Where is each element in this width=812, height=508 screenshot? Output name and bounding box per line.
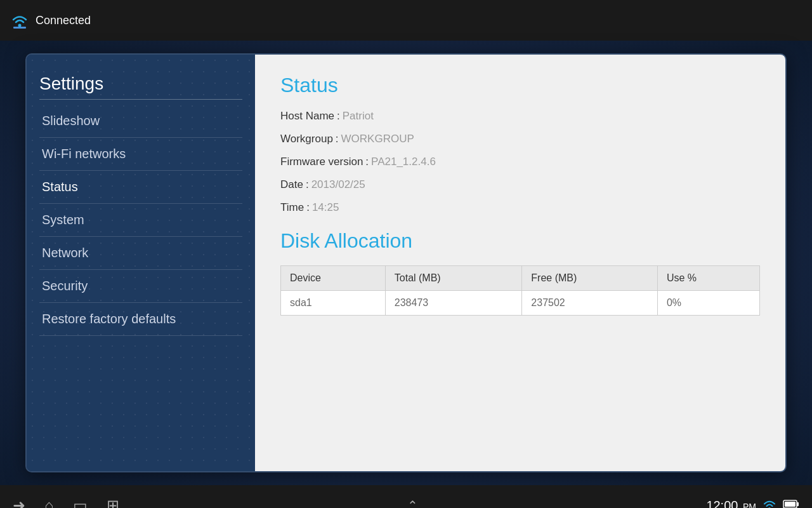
status-title: Status [280, 74, 760, 97]
status-section: Status Host Name : Patriot Workgroup : W… [280, 74, 760, 214]
host-name-value: Patriot [343, 110, 374, 123]
clock-display: 12:00 PM [706, 498, 756, 509]
sidebar-item-wifi[interactable]: Wi-Fi networks [39, 138, 242, 171]
sidebar-item-system[interactable]: System [39, 204, 242, 237]
content-wrapper: Settings Slideshow Wi-Fi networks Status… [25, 53, 787, 472]
firmware-row: Firmware version : PA21_1.2.4.6 [280, 156, 760, 168]
time-row: Time : 14:25 [280, 201, 760, 214]
sidebar-item-slideshow[interactable]: Slideshow [39, 105, 242, 138]
cell-free: 237502 [522, 291, 658, 316]
disk-title: Disk Allocation [280, 229, 760, 253]
host-name-row: Host Name : Patriot [280, 110, 760, 123]
host-name-label: Host Name [280, 110, 334, 123]
right-panel: Status Host Name : Patriot Workgroup : W… [255, 55, 785, 471]
sidebar-item-restore[interactable]: Restore factory defaults [39, 303, 242, 336]
time-value: 14:25 [312, 201, 339, 214]
table-row: sda1 238473 237502 0% [281, 291, 760, 316]
cell-use-pct: 0% [657, 291, 759, 316]
col-free: Free (MB) [522, 266, 658, 291]
top-bar: Connected [0, 0, 812, 41]
sidebar-item-network[interactable]: Network [39, 237, 242, 270]
disk-section: Disk Allocation Device Total (MB) Free (… [280, 229, 760, 316]
svg-rect-1 [13, 27, 26, 29]
date-label: Date [280, 178, 303, 191]
workgroup-value: WORKGROUP [341, 133, 414, 145]
disk-table: Device Total (MB) Free (MB) Use % sda1 2… [280, 265, 760, 316]
col-use: Use % [657, 266, 759, 291]
workgroup-row: Workgroup : WORKGROUP [280, 133, 760, 145]
svg-rect-4 [797, 502, 799, 506]
col-device: Device [281, 266, 386, 291]
time-label: Time [280, 201, 304, 214]
bottom-nav-center: ⌃ [407, 498, 418, 508]
battery-icon [783, 498, 799, 509]
back-button[interactable]: ➜ [13, 497, 25, 508]
clock-time: 12:00 [706, 498, 738, 509]
sidebar-title: Settings [39, 74, 242, 100]
home-button[interactable]: ⌂ [44, 497, 54, 508]
svg-point-0 [18, 24, 22, 27]
col-total: Total (MB) [385, 266, 522, 291]
sidebar-item-status[interactable]: Status [39, 171, 242, 204]
bottom-status-right: 12:00 PM [706, 498, 799, 509]
svg-rect-5 [785, 502, 796, 507]
bottom-bar: ➜ ⌂ ▭ ⊞ ⌃ 12:00 PM [0, 485, 812, 508]
workgroup-label: Workgroup [280, 133, 333, 145]
sidebar-item-security[interactable]: Security [39, 270, 242, 303]
firmware-label: Firmware version [280, 156, 363, 168]
cell-device: sda1 [281, 291, 386, 316]
bottom-nav-left: ➜ ⌂ ▭ ⊞ [13, 497, 119, 508]
clock-suffix: PM [743, 502, 756, 509]
cell-total: 238473 [385, 291, 522, 316]
up-button[interactable]: ⌃ [407, 498, 418, 508]
firmware-value: PA21_1.2.4.6 [371, 156, 436, 168]
main-area: Settings Slideshow Wi-Fi networks Status… [0, 41, 812, 485]
wifi-icon [10, 11, 29, 29]
qr-button[interactable]: ⊞ [107, 497, 119, 508]
wifi-status-icon [763, 498, 776, 509]
date-value: 2013/02/25 [311, 178, 365, 191]
recents-button[interactable]: ▭ [73, 497, 88, 508]
connected-label: Connected [36, 14, 91, 27]
sidebar: Settings Slideshow Wi-Fi networks Status… [27, 55, 255, 471]
date-row: Date : 2013/02/25 [280, 178, 760, 191]
